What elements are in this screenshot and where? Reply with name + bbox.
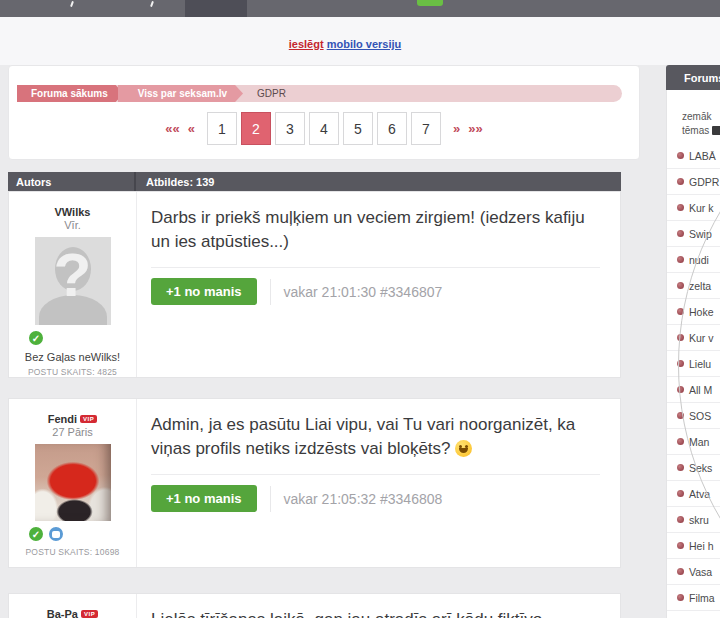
bullet-icon xyxy=(677,568,684,575)
sidebar-topic-item[interactable]: Vasa xyxy=(667,559,720,585)
question-mark-glyph: ? xyxy=(35,239,111,310)
pagination-page-5[interactable]: 5 xyxy=(343,112,373,145)
sidebar-topic-item[interactable]: LABĀ xyxy=(667,143,720,169)
bullet-icon xyxy=(677,282,684,289)
sidebar-intro-text: zemāk tēmas xyxy=(667,90,720,143)
plus-one-button[interactable]: +1 no manis xyxy=(151,278,257,305)
pagination-last-button[interactable]: »» xyxy=(466,121,484,136)
post-content: Lielās tīrīšanas laikā, gan jau atradīs … xyxy=(137,594,620,618)
author-name-link[interactable]: Fendi xyxy=(48,413,77,425)
sidebar-intro-line2: tēmas xyxy=(682,125,709,136)
post-author-column: Ba-Pa VIP xyxy=(9,594,137,618)
post-author-column: Fendi VIP 27 Pāris POSTU SKAITS: 10698 xyxy=(9,399,137,567)
sidebar-topic-item[interactable]: GDPR xyxy=(667,169,720,195)
sidebar-topic-item[interactable]: Seks xyxy=(667,455,720,481)
notification-badge[interactable] xyxy=(417,0,443,6)
pagination-page-6[interactable]: 6 xyxy=(377,112,407,145)
pagination: «« « 1 2 3 4 5 6 7 » »» xyxy=(9,112,639,145)
bullet-icon xyxy=(677,438,684,445)
forum-post: VWilks Vīr. ? Bez Gaļas neWilks! POSTU S… xyxy=(8,191,621,378)
sidebar-topic-item[interactable]: nudi xyxy=(667,247,720,273)
sidebar-topic-item[interactable]: Atva xyxy=(667,481,720,507)
thread-table-header: Autors Atbildes: 139 xyxy=(8,172,621,191)
footer-divider xyxy=(270,486,271,512)
sidebar-topic-item[interactable]: Hoke xyxy=(667,299,720,325)
pagination-prev-button[interactable]: « xyxy=(186,121,197,136)
breadcrumb: Foruma sākums Viss par seksam.lv GDPR xyxy=(17,85,622,102)
chat-icon[interactable] xyxy=(47,525,65,543)
bullet-icon xyxy=(677,490,684,497)
post-footer: +1 no manis vakar 21:05:32 #3346808 xyxy=(151,474,600,512)
author-gender: Vīr. xyxy=(64,219,81,231)
author-name-link[interactable]: Ba-Pa xyxy=(47,608,78,618)
post-timestamp: vakar 21:05:32 #3346808 xyxy=(284,491,443,507)
pagination-page-3[interactable]: 3 xyxy=(275,112,305,145)
bullet-icon xyxy=(677,204,684,211)
bullet-icon xyxy=(677,360,684,367)
sidebar-topic-item[interactable]: All M xyxy=(667,377,720,403)
navigation-card: Foruma sākums Viss par seksam.lv GDPR ««… xyxy=(8,65,640,160)
mobile-version-link[interactable]: ieslēgt mobilo versiju xyxy=(0,38,690,50)
sidebar-intro-line1: zemāk xyxy=(682,111,711,122)
post-timestamp: vakar 21:01:30 #3346807 xyxy=(284,284,443,300)
pagination-first-button[interactable]: «« xyxy=(163,121,181,136)
breadcrumb-forum-home[interactable]: Foruma sākums xyxy=(17,85,124,102)
pagination-next-button[interactable]: » xyxy=(451,121,462,136)
online-check-icon xyxy=(27,329,45,347)
bullet-icon xyxy=(677,516,684,523)
sidebar: zemāk tēmas LABĀ GDPR Kur k Swip nudi ze… xyxy=(666,90,720,618)
pagination-page-1[interactable]: 1 xyxy=(207,112,237,145)
bullet-icon xyxy=(677,542,684,549)
post-message-text: Admin, ja es pasūtu Liai vipu, vai Tu va… xyxy=(151,415,575,458)
sidebar-topic-item[interactable]: Kur v xyxy=(667,325,720,351)
post-author-column: VWilks Vīr. ? Bez Gaļas neWilks! POSTU S… xyxy=(9,192,137,377)
sidebar-forums-header: Forums xyxy=(666,65,720,90)
breadcrumb-category[interactable]: Viss par seksam.lv xyxy=(118,85,243,102)
sidebar-topic-item[interactable]: skru xyxy=(667,507,720,533)
post-count: POSTU SKAITS: 10698 xyxy=(25,547,119,557)
footer-divider xyxy=(270,279,271,305)
avatar[interactable] xyxy=(35,444,111,521)
author-signature: Bez Gaļas neWilks! xyxy=(25,351,120,363)
bullet-icon xyxy=(677,594,684,601)
clipped-nav-icon xyxy=(150,1,154,7)
sidebar-topic-item[interactable]: Man xyxy=(667,429,720,455)
clipped-nav-icon xyxy=(70,1,74,7)
bullet-icon xyxy=(677,464,684,471)
author-age-type: 27 Pāris xyxy=(52,426,92,438)
subheader: ieslēgt mobilo versiju xyxy=(0,17,720,65)
mobile-link-rest[interactable]: mobilo versiju xyxy=(327,38,402,50)
sidebar-topic-item[interactable]: Hei h xyxy=(667,533,720,559)
post-content: Admin, ja es pasūtu Liai vipu, vai Tu va… xyxy=(137,399,620,567)
sidebar-topic-item[interactable]: SOS xyxy=(667,403,720,429)
plus-one-button[interactable]: +1 no manis xyxy=(151,485,257,512)
pagination-page-4[interactable]: 4 xyxy=(309,112,339,145)
pagination-page-2-active[interactable]: 2 xyxy=(241,112,271,145)
post-message: Darbs ir priekš muļķiem un veciem zirgie… xyxy=(151,206,600,254)
clipped-bold-text xyxy=(712,126,720,135)
bullet-icon xyxy=(677,230,684,237)
bullet-icon xyxy=(677,152,684,159)
author-name-link[interactable]: VWilks xyxy=(55,206,91,218)
sidebar-topic-item[interactable]: Filma xyxy=(667,585,720,611)
column-header-authors: Autors xyxy=(8,172,136,191)
vip-badge: VIP xyxy=(80,415,97,423)
pagination-page-7[interactable]: 7 xyxy=(411,112,441,145)
post-message: Lielās tīrīšanas laikā, gan jau atradīs … xyxy=(151,608,600,618)
post-footer: +1 no manis vakar 21:01:30 #3346807 xyxy=(151,267,600,305)
mobile-link-word1[interactable]: ieslēgt xyxy=(289,38,324,50)
sidebar-topic-item[interactable]: zelta xyxy=(667,273,720,299)
sidebar-topic-item[interactable]: Kur k xyxy=(667,195,720,221)
bullet-icon xyxy=(677,178,684,185)
bullet-icon xyxy=(677,412,684,419)
post-message: Admin, ja es pasūtu Liai vipu, vai Tu va… xyxy=(151,413,600,461)
sidebar-topic-list: LABĀ GDPR Kur k Swip nudi zelta Hoke Kur… xyxy=(667,143,720,611)
sidebar-topic-item[interactable]: Lielu xyxy=(667,351,720,377)
breadcrumb-current-topic: GDPR xyxy=(243,85,286,102)
post-message-text: Lielās tīrīšanas laikā, gan jau atradīs … xyxy=(151,610,542,618)
column-header-replies: Atbildes: 139 xyxy=(136,176,214,188)
bullet-icon xyxy=(677,334,684,341)
avatar[interactable]: ? xyxy=(35,237,111,325)
sidebar-topic-item[interactable]: Swip xyxy=(667,221,720,247)
bullet-icon xyxy=(677,308,684,315)
